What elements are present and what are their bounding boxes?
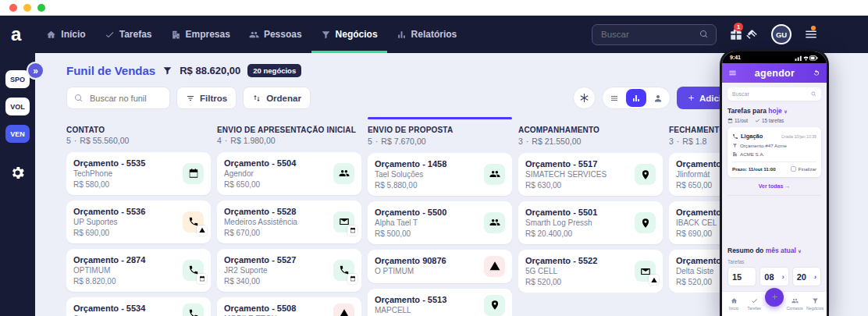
deal-title: Orçamento - 5504 [224, 158, 329, 168]
deal-card[interactable]: Orçamento - 5513MAPCELL [368, 289, 512, 316]
check-icon [105, 30, 115, 40]
view-list-button[interactable] [604, 89, 624, 107]
view-person-button[interactable] [648, 89, 668, 107]
phone-nav-negocios[interactable]: Negócios [805, 297, 825, 311]
global-search-input[interactable] [599, 29, 695, 40]
close-window-button[interactable] [9, 4, 17, 12]
deal-card[interactable]: Orçamento - 2874OPTIMUMR$ 8.820,00 [66, 249, 211, 292]
deal-card[interactable]: Orçamento - 5527JR2 SuporteR$ 340,00 [217, 249, 361, 292]
deal-value: R$ 500,00 [375, 229, 479, 238]
tasks-section-title[interactable]: Tarefas para hoje ∨ [727, 107, 821, 115]
deal-title: Orçamento - 2874 [73, 255, 178, 265]
deal-value: R$ 8.820,00 [73, 277, 178, 286]
column-summary: 3 · R$ 21.550,00 [518, 137, 663, 146]
deal-card[interactable]: Orçamento - 5535TechPhoneR$ 580,00 [66, 152, 211, 195]
column-title: ENVIO DE PROPOSTA [368, 126, 512, 134]
task-type-label: Ligação [741, 133, 763, 140]
sidebar-funnel-vol[interactable]: VOL [5, 98, 30, 115]
chevron-right-icon: › [814, 273, 816, 281]
nav-item-tarefas[interactable]: Tarefas [95, 16, 162, 53]
task-deal-row: Orçamento #47 Acme [732, 143, 816, 148]
menu-notification-dot [811, 26, 816, 30]
phone-body: Buscar Tarefas para hoje ∨ 11/out 15 tar [722, 83, 827, 316]
nav-item-negocios[interactable]: Negócios [311, 16, 387, 53]
deal-card[interactable]: Orçamento - 5500Alpha Tael TR$ 500,00 [368, 201, 512, 244]
deal-activity-icon [333, 211, 354, 233]
task-finish-toggle[interactable]: Finalizar [791, 166, 816, 172]
deal-card[interactable]: Orçamento - 5508MOBILE TECH [217, 297, 361, 316]
funnel-pill-label: VOL [10, 103, 25, 111]
sort-button[interactable]: Ordenar [243, 87, 311, 109]
stat-value: 08 [764, 272, 774, 282]
deal-value: R$ 630,00 [525, 181, 630, 190]
filters-button[interactable]: Filtros [176, 87, 237, 109]
summary-section-title[interactable]: Resumo do mês atual ∨ [727, 247, 821, 254]
task-company-label: ACME S.A. [740, 151, 764, 157]
phone-nav-inicio[interactable]: Início [724, 297, 744, 311]
stat-cell[interactable]: 15 [727, 267, 756, 286]
deal-card[interactable]: Orçamento 90876O PTIMUM [368, 250, 512, 283]
people-icon [249, 30, 259, 40]
add-fab-button[interactable] [765, 288, 784, 307]
deal-card[interactable]: Orçamento - 5517SIMATECH SERVICESR$ 630,… [518, 153, 663, 196]
deal-activity-icon [484, 295, 505, 316]
nav-item-pessoas[interactable]: Pessoas [240, 16, 311, 53]
global-search[interactable] [592, 24, 717, 45]
column-summary: 5 · R$ 55.560,00 [66, 136, 211, 145]
deal-card[interactable]: Orçamento - 5534Stor [66, 297, 211, 316]
expand-sidebar-button[interactable]: » [27, 62, 44, 80]
see-all-tasks-link[interactable]: Ver todas → [727, 183, 821, 196]
menu-icon[interactable] [728, 69, 737, 77]
stat-cell[interactable]: 08 › [760, 267, 788, 286]
finish-label: Finalizar [799, 166, 816, 172]
task-card[interactable]: Ligação Criada 10/jan 10:39 Orçamento #4… [727, 127, 821, 177]
handshake-icon[interactable] [745, 27, 759, 41]
checkbox-icon[interactable] [791, 166, 796, 172]
maximize-window-button[interactable] [37, 4, 45, 12]
home-icon [731, 297, 738, 304]
funnel-search[interactable] [66, 87, 170, 109]
phone-nav-add-fab[interactable] [764, 295, 784, 314]
funnel-search-input[interactable] [88, 93, 162, 104]
insights-button[interactable] [573, 87, 596, 109]
minimize-window-button[interactable] [23, 4, 31, 12]
deal-card[interactable]: Orçamento - 5536UP SuportesR$ 690,00 [66, 201, 211, 243]
deal-title: Orçamento 90876 [375, 256, 479, 265]
deal-funnel-icon [321, 30, 331, 40]
chevron-right-icon: › [782, 273, 784, 281]
stat-value: 20 [797, 272, 806, 282]
deal-card[interactable]: Orçamento - 5501Smarth Log PresshR$ 20.4… [518, 201, 663, 244]
filter-icon [186, 94, 195, 103]
sidebar-funnel-ven[interactable]: VEN [5, 125, 30, 143]
calendar-icon [727, 118, 733, 123]
deal-activity-icon [484, 256, 505, 277]
phone-nav-label: Negócios [806, 306, 824, 311]
phone-app-header: agendor [722, 63, 827, 83]
deal-company: TechPhone [73, 169, 178, 178]
deal-card[interactable]: Orçamento - 1458Tael SoluçõesR$ 5.880,00 [368, 153, 512, 196]
sidebar-funnel-spo[interactable]: SPO [5, 70, 30, 88]
filters-label: Filtros [200, 94, 227, 103]
deal-card[interactable]: Orçamento - 5504AgendorR$ 650,00 [217, 152, 361, 195]
plus-icon [687, 94, 695, 102]
refresh-icon[interactable] [813, 69, 820, 77]
deal-activity-icon [635, 261, 656, 282]
stat-cell[interactable]: 20 › [792, 267, 821, 286]
nav-item-relatorios[interactable]: Relatórios [387, 16, 467, 53]
deal-card[interactable]: Orçamento - 5528Medeiros AssistênciaR$ 6… [217, 201, 361, 243]
gear-icon[interactable] [9, 165, 26, 181]
nav-item-empresas[interactable]: Empresas [162, 16, 240, 53]
deal-value: R$ 520,00 [525, 278, 630, 286]
deal-card[interactable]: Orçamento - 55225G CELLR$ 520,00 [518, 250, 663, 293]
phone-nav-contatos[interactable]: Contatos [784, 297, 805, 311]
nav-item-inicio[interactable]: Início [37, 16, 94, 53]
card-list: Orçamento - 1458Tael SoluçõesR$ 5.880,00… [368, 153, 512, 316]
phone-bottom-nav: Início Tarefas Contatos [722, 291, 827, 316]
column-total: R$ 55.560,00 [80, 136, 129, 145]
phone-search-field[interactable]: Buscar [727, 87, 821, 101]
user-avatar[interactable]: GU [771, 24, 792, 44]
phone-nav-tarefas[interactable]: Tarefas [744, 297, 764, 311]
view-funnel-button[interactable] [626, 89, 646, 107]
column-total: R$ 7.670,00 [381, 137, 425, 146]
tasks-date-text: 11/out [735, 118, 748, 123]
